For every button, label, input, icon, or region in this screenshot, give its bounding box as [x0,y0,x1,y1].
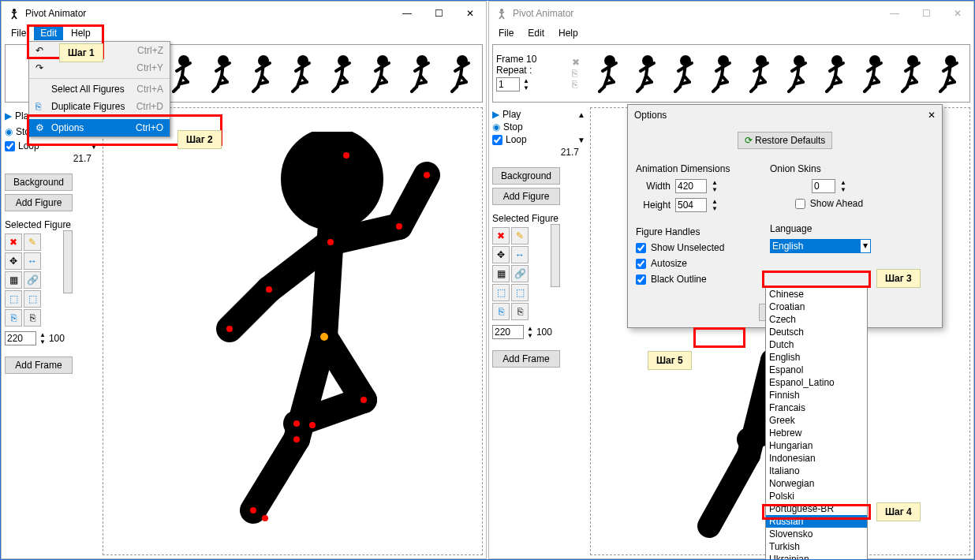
menu-help[interactable]: Help [65,26,97,40]
menu-select-all[interactable]: Select All FiguresCtrl+A [29,80,170,98]
copy-frame-icon[interactable]: ⎘ [572,68,586,79]
dialog-close-icon[interactable]: ✕ [928,110,936,121]
add-frame-button[interactable]: Add Frame [5,357,73,374]
lang-option[interactable]: Ukrainian [766,553,867,560]
minimize-button[interactable]: — [879,2,910,24]
play-button[interactable]: Play [502,109,521,120]
center-icon[interactable]: ✥ [5,252,22,270]
loop-checkbox[interactable] [492,135,502,145]
frame-thumb[interactable] [818,50,853,97]
background-button[interactable]: Background [492,167,560,185]
width-input[interactable] [675,179,707,193]
edit-icon[interactable]: ✎ [24,233,41,251]
frame-thumb[interactable] [443,50,479,97]
frame-thumb[interactable] [244,50,280,97]
lang-option[interactable]: Italiano [766,465,867,477]
frame-thumb[interactable] [629,50,663,97]
lang-option[interactable]: Finnish [766,389,867,401]
frame-thumb[interactable] [856,50,891,97]
frame-thumb[interactable] [667,50,701,97]
restore-defaults-button[interactable]: ⟳ Restore Defaults [738,132,833,149]
menu-options[interactable]: ⚙OptionsCtrl+O [29,119,170,136]
opacity-slider[interactable] [63,230,73,293]
color-icon[interactable]: ▦ [5,271,22,289]
stop-button[interactable]: Stop [503,121,523,133]
frame-thumb[interactable] [591,50,626,97]
close-button[interactable]: ✕ [942,2,973,24]
add-figure-button[interactable]: Add Figure [492,188,560,205]
lang-option[interactable]: Greek [766,414,867,427]
join-icon[interactable]: 🔗 [24,271,41,289]
lang-option[interactable]: Hungarian [766,439,867,452]
lang-option[interactable]: Portuguese-BR [766,502,867,515]
menu-edit[interactable]: Edit [521,26,551,40]
lang-option[interactable]: Russian [766,515,867,528]
lower-icon[interactable]: ⬚ [24,290,41,308]
lang-option[interactable]: Hebrew [766,427,867,439]
lang-option[interactable]: Dutch [766,338,867,351]
paste-icon[interactable]: ⎘ [511,303,529,320]
lang-option[interactable]: Croatian [766,301,867,313]
lang-option[interactable]: Espanol [766,364,867,376]
delete-icon[interactable]: ✖ [492,227,510,245]
color-icon[interactable]: ▦ [492,265,510,282]
join-icon[interactable]: 🔗 [511,265,529,282]
frame-thumb[interactable] [932,50,966,97]
language-dropdown-list[interactable]: ChineseCroatianCzechDeutschDutchEnglishE… [765,287,868,560]
menu-duplicate[interactable]: ⎘Duplicate FiguresCtrl+D [29,98,170,115]
lang-option[interactable]: Espanol_Latino [766,376,867,389]
maximize-button[interactable]: ☐ [910,2,942,24]
repeat-input[interactable] [496,77,520,91]
lower-icon[interactable]: ⬚ [511,284,529,301]
frame-thumb[interactable] [204,50,240,97]
autosize-checkbox[interactable] [636,259,646,269]
size-input[interactable] [492,325,524,339]
lang-option[interactable]: Deutsch [766,326,867,338]
raise-icon[interactable]: ⬚ [5,290,22,308]
lang-option[interactable]: Slovensko [766,528,867,540]
lang-option[interactable]: Chinese [766,288,867,301]
copy-icon[interactable]: ⎘ [492,303,510,320]
frame-thumb[interactable] [323,50,359,97]
minimize-button[interactable]: — [391,2,423,24]
onion-input[interactable] [812,179,835,193]
copy-icon[interactable]: ⎘ [5,309,22,327]
language-select[interactable]: English ▾ [770,239,871,253]
show-ahead-checkbox[interactable] [795,199,805,209]
frame-thumb[interactable] [742,50,777,97]
flip-icon[interactable]: ↔ [511,246,529,263]
menu-file[interactable]: File [492,26,520,40]
menu-file[interactable]: File [5,26,32,40]
add-figure-button[interactable]: Add Figure [5,194,73,211]
frame-thumb[interactable] [704,50,739,97]
show-unselected-checkbox[interactable] [636,243,646,253]
lang-option[interactable]: Polski [766,490,867,502]
frame-thumb[interactable] [283,50,319,97]
edit-icon[interactable]: ✎ [511,227,529,245]
loop-checkbox[interactable] [5,141,15,151]
lang-option[interactable]: Czech [766,313,867,326]
lang-option[interactable]: Francais [766,401,867,414]
lang-option[interactable]: English [766,351,867,364]
close-button[interactable]: ✕ [454,2,486,24]
menu-edit[interactable]: Edit [34,26,63,40]
lang-option[interactable]: Norwegian [766,477,867,490]
frame-thumb[interactable] [780,50,815,97]
height-input[interactable] [675,198,707,212]
lang-option[interactable]: Indonesian [766,452,867,465]
paste-icon[interactable]: ⎘ [24,309,41,327]
flip-icon[interactable]: ↔ [24,252,41,270]
opacity-slider[interactable] [551,224,560,287]
delete-icon[interactable]: ✖ [5,233,22,251]
frame-thumb[interactable] [402,50,439,97]
size-input[interactable] [5,331,36,345]
delete-frame-icon[interactable]: ✖ [572,57,586,68]
frame-thumb[interactable] [363,50,399,97]
canvas-left[interactable] [103,107,483,555]
paste-frame-icon[interactable]: ⎘ [572,79,586,90]
center-icon[interactable]: ✥ [492,246,510,263]
background-button[interactable]: Background [5,174,73,191]
frame-thumb[interactable] [894,50,928,97]
menu-help[interactable]: Help [552,26,585,40]
add-frame-button[interactable]: Add Frame [492,350,560,368]
